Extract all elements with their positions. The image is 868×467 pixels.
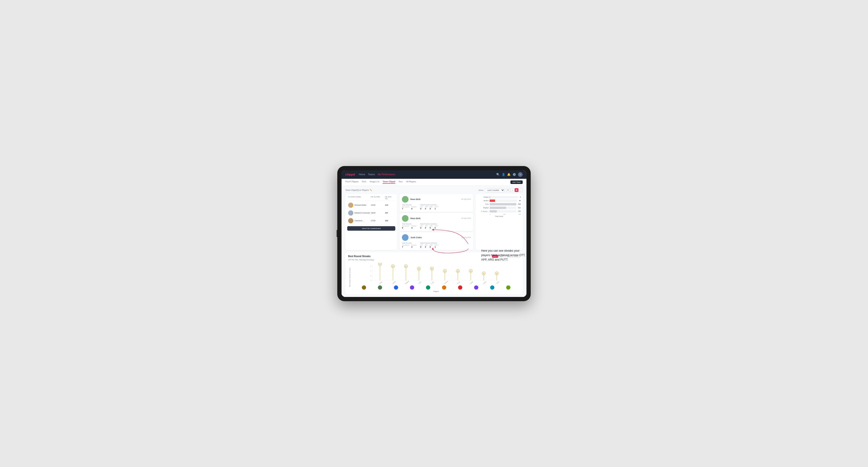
svg-text:J. Coles: J. Coles bbox=[418, 281, 422, 284]
player-avatar-6 bbox=[442, 285, 446, 290]
nav-my-performance[interactable]: My Performance bbox=[378, 173, 395, 176]
card-stats: Total Rounds Tournament 7 Practice bbox=[402, 204, 471, 210]
card-date: 02 Sep 2023 bbox=[461, 217, 471, 219]
svg-text:3x: 3x bbox=[496, 273, 497, 274]
streaks-title: Best Round Streaks bbox=[348, 255, 371, 257]
player-card: Rees Britt 02 Sep 2023 Total Rounds Tour… bbox=[400, 194, 473, 212]
stat-label: Total Practice Activities bbox=[420, 223, 438, 225]
player-name: Cameron... bbox=[354, 220, 364, 222]
card-avatar bbox=[402, 215, 408, 222]
edit-icon[interactable]: ✏️ bbox=[370, 189, 372, 191]
stat-label: Total Rounds bbox=[402, 204, 416, 206]
card-player-name: Rees Britt bbox=[410, 217, 421, 220]
table-view-icon[interactable]: ↕ bbox=[519, 188, 523, 192]
svg-text:R. Britt: R. Britt bbox=[431, 281, 434, 284]
streaks-svg: 0 2 4 6 bbox=[352, 263, 520, 284]
svg-text:4x: 4x bbox=[457, 271, 459, 272]
navbar-right: 🔍 👤 🔔 ⚙️ U bbox=[496, 172, 523, 177]
table-row: 1 Richard Butler 19/20 110 bbox=[347, 201, 395, 209]
pb-score: 18/20 bbox=[371, 212, 385, 214]
rank-badge: 3 bbox=[351, 221, 353, 223]
add-team-button[interactable]: Add Team bbox=[510, 181, 523, 184]
nav-teams[interactable]: Teams bbox=[368, 173, 375, 176]
svg-text:6x: 6x bbox=[392, 266, 394, 267]
player-avatar-2 bbox=[378, 285, 382, 290]
bar-label: Birdies bbox=[477, 200, 489, 201]
show-label: Show bbox=[478, 189, 483, 191]
bar-fill bbox=[490, 210, 497, 213]
tab-all-players[interactable]: All Players bbox=[406, 181, 416, 184]
player-info: 3 Cameron... bbox=[348, 218, 371, 223]
bell-icon[interactable]: 🔔 bbox=[507, 173, 511, 176]
y-axis-label: Best Streak, Fairway Accuracy bbox=[349, 268, 350, 287]
grid-view-icon[interactable]: ⊞ bbox=[506, 188, 510, 192]
card-player-name: Josh Coles bbox=[410, 236, 422, 239]
bar-track bbox=[490, 196, 518, 198]
player-info: 1 Richard Butler bbox=[348, 203, 371, 208]
svg-text:B. McHerg: B. McHerg bbox=[391, 281, 396, 284]
player-avatar-9 bbox=[490, 285, 494, 290]
pb-score: 19/20 bbox=[371, 204, 385, 206]
tab-pgat[interactable]: PGAT Players bbox=[345, 181, 359, 184]
navbar: clippd Home Teams My Performance 🔍 👤 🔔 ⚙… bbox=[342, 170, 526, 179]
player-avatars-row bbox=[352, 285, 520, 290]
chart-axis: 0 200 400 bbox=[477, 214, 521, 215]
stat-sublabel: Practice bbox=[411, 206, 416, 208]
nav-links: Home Teams My Performance bbox=[359, 173, 395, 176]
stat-label: Total Rounds bbox=[402, 242, 416, 244]
leaderboard-header: PLAYER NAME PB SCORE PB AVG SQ bbox=[347, 196, 395, 200]
bar-value: 131 bbox=[518, 210, 521, 212]
svg-text:R. Butler: R. Butler bbox=[483, 281, 487, 284]
settings-icon[interactable]: ⚙️ bbox=[513, 173, 516, 176]
bar-fill bbox=[490, 207, 506, 209]
bar-label: Bogeys bbox=[477, 207, 489, 209]
axis-0: 0 bbox=[490, 214, 490, 215]
player-avatar-10 bbox=[506, 285, 510, 290]
subnav-tabs: PGAT Players PGA Hcaps 1-5 Team Clippd T… bbox=[345, 181, 416, 184]
bar-track bbox=[490, 203, 516, 206]
period-select[interactable]: Last 3 months bbox=[485, 188, 505, 192]
svg-text:D. Billingham: D. Billingham bbox=[404, 280, 409, 284]
bar-track bbox=[490, 210, 516, 213]
team-title: Team Clippd | 14 Players bbox=[345, 189, 369, 191]
avatar: 1 bbox=[348, 203, 353, 208]
stat-practice: 6 bbox=[411, 208, 416, 210]
player-avatar-1 bbox=[362, 285, 366, 290]
pb-avg: 107 bbox=[385, 212, 394, 214]
bar-value: 311 bbox=[518, 207, 521, 209]
view-icons: ⊞ ≡ ▦ ↕ bbox=[506, 188, 523, 192]
bar-fill bbox=[490, 199, 495, 202]
team-header: Team Clippd | 14 Players ✏️ Show Last 3 … bbox=[345, 188, 523, 192]
svg-text:E. Crossman: E. Crossman bbox=[443, 280, 448, 284]
stat-sublabel: Tournament bbox=[402, 206, 409, 208]
tab-team-clippd[interactable]: Team Clippd bbox=[382, 181, 395, 184]
nav-home[interactable]: Home bbox=[359, 173, 365, 176]
chart-body: 0 2 4 6 bbox=[352, 263, 520, 292]
avatar: 3 bbox=[348, 218, 353, 223]
leaderboard-panel: PLAYER NAME PB SCORE PB AVG SQ 1 bbox=[345, 194, 397, 250]
card-avatar bbox=[402, 196, 408, 203]
svg-text:6x: 6x bbox=[405, 266, 407, 267]
tab-tour[interactable]: Tour bbox=[399, 181, 403, 184]
view-leaderboard-button[interactable]: View Full Leaderboard bbox=[347, 226, 395, 231]
logo: clippd bbox=[345, 173, 355, 176]
search-icon[interactable]: 🔍 bbox=[496, 173, 500, 176]
bar-row-pars: Pars 499 bbox=[477, 203, 521, 206]
bar-track bbox=[490, 199, 517, 202]
tab-pga[interactable]: PGA bbox=[362, 181, 366, 184]
bar-row-dbogeys: D. Bogeys + 131 bbox=[477, 210, 521, 213]
card-view-icon[interactable]: ▦ bbox=[515, 188, 519, 192]
list-view-icon[interactable]: ≡ bbox=[510, 188, 514, 192]
people-icon[interactable]: 👤 bbox=[502, 173, 505, 176]
bar-label: Pars bbox=[477, 203, 489, 205]
svg-text:B. Ford: B. Ford bbox=[457, 281, 460, 284]
bar-label: D. Bogeys + bbox=[477, 211, 489, 212]
player-avatar-3 bbox=[394, 285, 398, 290]
avatar[interactable]: U bbox=[518, 172, 523, 177]
annotation-wrapper: Here you can see streaks your players ha… bbox=[481, 249, 526, 262]
card-date: 02 Sep 2023 bbox=[461, 198, 471, 200]
tab-hcaps[interactable]: Hcaps 1-5 bbox=[370, 181, 379, 184]
bar-chart-panel: Eagles 3 Birdies bbox=[475, 194, 523, 250]
col-pb-score: PB SCORE bbox=[371, 196, 385, 199]
streaks-chart: Best Streak, Fairway Accuracy 0 bbox=[348, 263, 520, 292]
